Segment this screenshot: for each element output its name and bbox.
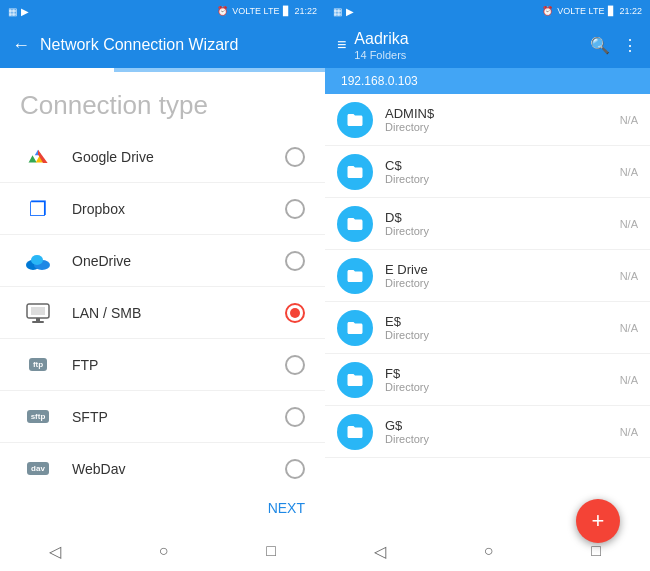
onedrive-label: OneDrive [72, 253, 285, 269]
option-webdav[interactable]: dav WebDav [0, 443, 325, 485]
folder-info-d: D$ Directory [385, 210, 620, 237]
signal-icon-right: ▊ [608, 6, 615, 16]
folder-type-edrive: Directory [385, 277, 620, 289]
ftp-icon: ftp [20, 347, 56, 383]
dropbox-label: Dropbox [72, 201, 285, 217]
notification-icon: ▦ [8, 6, 17, 17]
folder-info-admin: ADMIN$ Directory [385, 106, 620, 133]
option-sftp[interactable]: sftp SFTP [0, 391, 325, 443]
folder-type-f: Directory [385, 381, 620, 393]
radio-dropbox[interactable] [285, 199, 305, 219]
top-bar-info: Aadrika 14 Folders [354, 29, 582, 60]
folder-type-g: Directory [385, 433, 620, 445]
music-icon: ▶ [21, 6, 29, 17]
webdav-icon: dav [20, 451, 56, 486]
google-drive-label: Google Drive [72, 149, 285, 165]
hamburger-icon[interactable]: ≡ [337, 36, 346, 54]
option-lan-smb[interactable]: LAN / SMB [0, 287, 325, 339]
nav-bar-left: ◁ ○ □ [0, 531, 325, 571]
folder-name-admin: ADMIN$ [385, 106, 620, 121]
nav-back-icon-right[interactable]: ◁ [374, 542, 386, 561]
radio-lan-smb[interactable] [285, 303, 305, 323]
sftp-label: SFTP [72, 409, 285, 425]
back-button[interactable]: ← [12, 35, 30, 56]
folder-size-d: N/A [620, 218, 638, 230]
nav-home-icon-left[interactable]: ○ [159, 542, 169, 560]
folder-item-g[interactable]: G$ Directory N/A [325, 406, 650, 458]
status-right-icons: ⏰ VOLTE LTE ▊ 21:22 [217, 6, 317, 16]
folder-size-g: N/A [620, 426, 638, 438]
search-icon[interactable]: 🔍 [590, 36, 610, 55]
nav-recent-icon-left[interactable]: □ [266, 542, 276, 560]
alarm-icon-right: ⏰ [542, 6, 553, 16]
notification-icon-right: ▦ [333, 6, 342, 17]
top-bar-right: ≡ Aadrika 14 Folders 🔍 ⋮ [325, 22, 650, 68]
option-google-drive[interactable]: Google Drive [0, 131, 325, 183]
option-dropbox[interactable]: ❐ Dropbox [0, 183, 325, 235]
fab-add-button[interactable]: + [576, 499, 620, 543]
folder-info-g: G$ Directory [385, 418, 620, 445]
server-title: Aadrika [354, 29, 582, 48]
folder-item-c[interactable]: C$ Directory N/A [325, 146, 650, 198]
option-onedrive[interactable]: OneDrive [0, 235, 325, 287]
folder-size-edrive: N/A [620, 270, 638, 282]
folder-name-e: E$ [385, 314, 620, 329]
lan-smb-label: LAN / SMB [72, 305, 285, 321]
folder-type-c: Directory [385, 173, 620, 185]
folder-size-admin: N/A [620, 114, 638, 126]
folder-icon-admin [337, 102, 373, 138]
dropbox-icon: ❐ [20, 191, 56, 227]
volte-label: VOLTE LTE [232, 6, 279, 16]
folder-item-f[interactable]: F$ Directory N/A [325, 354, 650, 406]
signal-icon: ▊ [283, 6, 290, 16]
folder-list: ADMIN$ Directory N/A C$ Directory N/A D$… [325, 94, 650, 531]
folder-name-d: D$ [385, 210, 620, 225]
folder-item-admin[interactable]: ADMIN$ Directory N/A [325, 94, 650, 146]
svg-rect-7 [32, 321, 44, 323]
right-panel: ▦ ▶ ⏰ VOLTE LTE ▊ 21:22 ≡ Aadrika 14 Fol… [325, 0, 650, 571]
nav-back-icon-left[interactable]: ◁ [49, 542, 61, 561]
folder-count: 14 Folders [354, 49, 582, 61]
next-button[interactable]: Next [268, 500, 305, 516]
nav-bar-right: + ◁ ○ □ [325, 531, 650, 571]
folder-item-e[interactable]: E$ Directory N/A [325, 302, 650, 354]
radio-onedrive[interactable] [285, 251, 305, 271]
radio-google-drive[interactable] [285, 147, 305, 167]
time-left: 21:22 [294, 6, 317, 16]
section-title: Connection type [0, 72, 325, 131]
folder-name-edrive: E Drive [385, 262, 620, 277]
nav-recent-icon-right[interactable]: □ [591, 542, 601, 560]
folder-icon-edrive [337, 258, 373, 294]
wizard-title: Network Connection Wizard [40, 36, 238, 54]
svg-rect-6 [36, 318, 40, 321]
folder-icon-d [337, 206, 373, 242]
folder-info-e: E$ Directory [385, 314, 620, 341]
more-options-icon[interactable]: ⋮ [622, 36, 638, 55]
folder-info-f: F$ Directory [385, 366, 620, 393]
folder-type-admin: Directory [385, 121, 620, 133]
folder-icon-f [337, 362, 373, 398]
options-list: Google Drive ❐ Dropbox OneDrive [0, 131, 325, 485]
left-panel: ▦ ▶ ⏰ VOLTE LTE ▊ 21:22 ← Network Connec… [0, 0, 325, 571]
lan-smb-icon [20, 295, 56, 331]
folder-icon-g [337, 414, 373, 450]
svg-rect-5 [31, 307, 45, 315]
folder-size-c: N/A [620, 166, 638, 178]
option-ftp[interactable]: ftp FTP [0, 339, 325, 391]
progress-fill [0, 68, 114, 72]
alarm-icon: ⏰ [217, 6, 228, 16]
status-left-icons: ▦ ▶ [8, 6, 29, 17]
svg-point-3 [31, 255, 43, 265]
nav-home-icon-right[interactable]: ○ [484, 542, 494, 560]
folder-item-d[interactable]: D$ Directory N/A [325, 198, 650, 250]
radio-webdav[interactable] [285, 459, 305, 479]
radio-sftp[interactable] [285, 407, 305, 427]
folder-item-edrive[interactable]: E Drive Directory N/A [325, 250, 650, 302]
ftp-label: FTP [72, 357, 285, 373]
folder-name-c: C$ [385, 158, 620, 173]
webdav-label: WebDav [72, 461, 285, 477]
folder-type-d: Directory [385, 225, 620, 237]
radio-ftp[interactable] [285, 355, 305, 375]
status-right-right-icons: ⏰ VOLTE LTE ▊ 21:22 [542, 6, 642, 16]
folder-size-e: N/A [620, 322, 638, 334]
